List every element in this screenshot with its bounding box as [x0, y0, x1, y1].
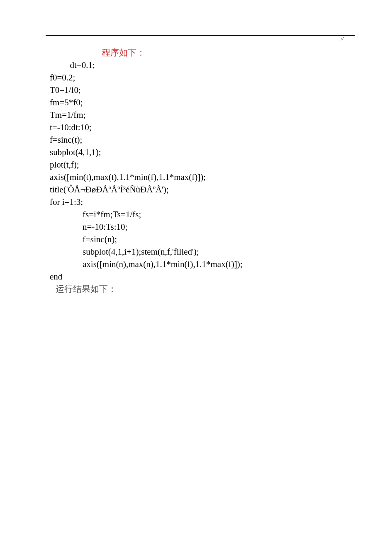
- result-text: 运行结果如下：: [50, 283, 355, 295]
- document-page: .^` 程序如下： dt=0.1; f0=0.2; T0=1/f0; fm=5*…: [0, 0, 392, 554]
- code-line: plot(t,f);: [50, 158, 355, 171]
- code-line: dt=0.1;: [50, 59, 355, 71]
- page-marker: .^`: [339, 36, 345, 43]
- code-line: fs=i*fm;Ts=1/fs;: [50, 208, 355, 221]
- code-line: subplot(4,1,i+1);stem(n,f,'filled');: [50, 245, 355, 258]
- code-line: axis([min(n),max(n),1.1*min(f),1.1*max(f…: [50, 258, 355, 270]
- header-text: 程序如下：: [50, 46, 355, 59]
- code-line: f=sinc(t);: [50, 134, 355, 146]
- code-line: for i=1:3;: [50, 196, 355, 208]
- code-line: Tm=1/fm;: [50, 109, 355, 121]
- horizontal-rule: [46, 35, 355, 36]
- code-line: title('ÔÅ¬ÐøÐÅºÅºÍ³éÑùÐÅºÅ');: [50, 183, 355, 196]
- code-content: 程序如下： dt=0.1; f0=0.2; T0=1/f0; fm=5*f0; …: [46, 46, 355, 295]
- code-line: f=sinc(n);: [50, 233, 355, 245]
- code-line: subplot(4,1,1);: [50, 146, 355, 158]
- code-line: end: [50, 270, 355, 283]
- code-line: T0=1/f0;: [50, 84, 355, 96]
- code-line: t=-10:dt:10;: [50, 121, 355, 134]
- code-line: fm=5*f0;: [50, 96, 355, 109]
- code-line: axis([min(t),max(t),1.1*min(f),1.1*max(f…: [50, 171, 355, 183]
- code-line: n=-10:Ts:10;: [50, 221, 355, 233]
- code-line: f0=0.2;: [50, 71, 355, 84]
